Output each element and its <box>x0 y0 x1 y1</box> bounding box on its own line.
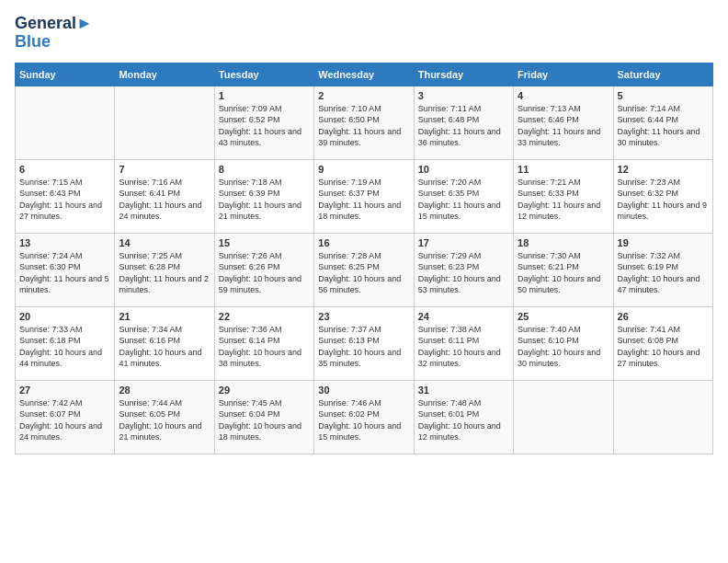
calendar-cell: 11Sunrise: 7:21 AM Sunset: 6:33 PM Dayli… <box>514 159 613 233</box>
calendar-cell: 28Sunrise: 7:44 AM Sunset: 6:05 PM Dayli… <box>115 380 214 454</box>
day-info: Sunrise: 7:40 AM Sunset: 6:10 PM Dayligh… <box>518 324 609 370</box>
calendar-cell: 31Sunrise: 7:48 AM Sunset: 6:01 PM Dayli… <box>414 380 513 454</box>
day-number: 8 <box>219 164 310 175</box>
day-info: Sunrise: 7:37 AM Sunset: 6:13 PM Dayligh… <box>318 324 409 370</box>
calendar-cell: 16Sunrise: 7:28 AM Sunset: 6:25 PM Dayli… <box>314 233 414 306</box>
day-number: 28 <box>119 385 210 396</box>
day-number: 27 <box>19 385 110 396</box>
calendar-table: SundayMondayTuesdayWednesdayThursdayFrid… <box>15 63 713 454</box>
calendar-cell: 17Sunrise: 7:29 AM Sunset: 6:23 PM Dayli… <box>414 233 513 306</box>
calendar-cell: 21Sunrise: 7:34 AM Sunset: 6:16 PM Dayli… <box>115 306 214 380</box>
day-info: Sunrise: 7:10 AM Sunset: 6:50 PM Dayligh… <box>318 103 409 149</box>
day-info: Sunrise: 7:15 AM Sunset: 6:43 PM Dayligh… <box>19 177 110 223</box>
day-info: Sunrise: 7:36 AM Sunset: 6:14 PM Dayligh… <box>219 324 310 370</box>
calendar-cell: 29Sunrise: 7:45 AM Sunset: 6:04 PM Dayli… <box>214 380 313 454</box>
calendar-cell <box>613 380 712 454</box>
calendar-cell: 23Sunrise: 7:37 AM Sunset: 6:13 PM Dayli… <box>314 306 414 380</box>
day-number: 5 <box>618 90 709 101</box>
logo: General► Blue <box>15 15 93 52</box>
day-info: Sunrise: 7:46 AM Sunset: 6:02 PM Dayligh… <box>318 397 409 443</box>
column-header-thursday: Thursday <box>414 63 513 86</box>
calendar-cell: 30Sunrise: 7:46 AM Sunset: 6:02 PM Dayli… <box>314 380 414 454</box>
calendar-cell: 9Sunrise: 7:19 AM Sunset: 6:37 PM Daylig… <box>314 159 414 233</box>
day-number: 30 <box>318 385 409 396</box>
calendar-cell: 18Sunrise: 7:30 AM Sunset: 6:21 PM Dayli… <box>514 233 613 306</box>
day-number: 12 <box>618 164 709 175</box>
day-number: 26 <box>618 311 709 322</box>
day-info: Sunrise: 7:38 AM Sunset: 6:11 PM Dayligh… <box>418 324 509 370</box>
day-number: 10 <box>418 164 509 175</box>
day-info: Sunrise: 7:29 AM Sunset: 6:23 PM Dayligh… <box>418 250 509 296</box>
calendar-cell: 26Sunrise: 7:41 AM Sunset: 6:08 PM Dayli… <box>613 306 712 380</box>
day-info: Sunrise: 7:23 AM Sunset: 6:32 PM Dayligh… <box>618 177 709 223</box>
day-info: Sunrise: 7:41 AM Sunset: 6:08 PM Dayligh… <box>618 324 709 370</box>
column-header-monday: Monday <box>115 63 214 86</box>
day-info: Sunrise: 7:45 AM Sunset: 6:04 PM Dayligh… <box>219 397 310 443</box>
calendar-week-3: 13Sunrise: 7:24 AM Sunset: 6:30 PM Dayli… <box>16 233 713 306</box>
day-info: Sunrise: 7:32 AM Sunset: 6:19 PM Dayligh… <box>618 250 709 296</box>
day-info: Sunrise: 7:13 AM Sunset: 6:46 PM Dayligh… <box>518 103 609 149</box>
day-info: Sunrise: 7:24 AM Sunset: 6:30 PM Dayligh… <box>19 250 110 296</box>
day-number: 20 <box>19 311 110 322</box>
page-header: General► Blue <box>15 15 713 52</box>
day-number: 2 <box>318 90 409 101</box>
day-info: Sunrise: 7:14 AM Sunset: 6:44 PM Dayligh… <box>618 103 709 149</box>
day-number: 18 <box>518 237 609 248</box>
day-number: 21 <box>119 311 210 322</box>
day-info: Sunrise: 7:21 AM Sunset: 6:33 PM Dayligh… <box>518 177 609 223</box>
calendar-cell: 12Sunrise: 7:23 AM Sunset: 6:32 PM Dayli… <box>613 159 712 233</box>
day-info: Sunrise: 7:16 AM Sunset: 6:41 PM Dayligh… <box>119 177 210 223</box>
day-number: 23 <box>318 311 409 322</box>
calendar-cell: 13Sunrise: 7:24 AM Sunset: 6:30 PM Dayli… <box>16 233 115 306</box>
calendar-cell: 22Sunrise: 7:36 AM Sunset: 6:14 PM Dayli… <box>214 306 313 380</box>
day-number: 31 <box>418 385 509 396</box>
calendar-week-1: 1Sunrise: 7:09 AM Sunset: 6:52 PM Daylig… <box>16 86 713 159</box>
calendar-cell: 25Sunrise: 7:40 AM Sunset: 6:10 PM Dayli… <box>514 306 613 380</box>
day-info: Sunrise: 7:44 AM Sunset: 6:05 PM Dayligh… <box>119 397 210 443</box>
calendar-cell: 15Sunrise: 7:26 AM Sunset: 6:26 PM Dayli… <box>214 233 313 306</box>
calendar-cell <box>514 380 613 454</box>
day-number: 22 <box>219 311 310 322</box>
day-number: 16 <box>318 237 409 248</box>
calendar-cell: 10Sunrise: 7:20 AM Sunset: 6:35 PM Dayli… <box>414 159 513 233</box>
day-info: Sunrise: 7:28 AM Sunset: 6:25 PM Dayligh… <box>318 250 409 296</box>
day-info: Sunrise: 7:20 AM Sunset: 6:35 PM Dayligh… <box>418 177 509 223</box>
calendar-cell: 20Sunrise: 7:33 AM Sunset: 6:18 PM Dayli… <box>16 306 115 380</box>
day-number: 11 <box>518 164 609 175</box>
calendar-cell: 27Sunrise: 7:42 AM Sunset: 6:07 PM Dayli… <box>16 380 115 454</box>
logo-text: General► Blue <box>15 15 93 52</box>
column-header-sunday: Sunday <box>16 63 115 86</box>
day-info: Sunrise: 7:34 AM Sunset: 6:16 PM Dayligh… <box>119 324 210 370</box>
day-info: Sunrise: 7:30 AM Sunset: 6:21 PM Dayligh… <box>518 250 609 296</box>
calendar-cell <box>115 86 214 159</box>
day-number: 1 <box>219 90 310 101</box>
day-info: Sunrise: 7:19 AM Sunset: 6:37 PM Dayligh… <box>318 177 409 223</box>
calendar-cell: 24Sunrise: 7:38 AM Sunset: 6:11 PM Dayli… <box>414 306 513 380</box>
day-info: Sunrise: 7:42 AM Sunset: 6:07 PM Dayligh… <box>19 397 110 443</box>
calendar-cell: 3Sunrise: 7:11 AM Sunset: 6:48 PM Daylig… <box>414 86 513 159</box>
calendar-cell <box>16 86 115 159</box>
day-number: 13 <box>19 237 110 248</box>
calendar-cell: 6Sunrise: 7:15 AM Sunset: 6:43 PM Daylig… <box>16 159 115 233</box>
calendar-header: SundayMondayTuesdayWednesdayThursdayFrid… <box>16 63 713 86</box>
column-header-saturday: Saturday <box>613 63 712 86</box>
calendar-week-4: 20Sunrise: 7:33 AM Sunset: 6:18 PM Dayli… <box>16 306 713 380</box>
calendar-cell: 2Sunrise: 7:10 AM Sunset: 6:50 PM Daylig… <box>314 86 414 159</box>
day-number: 24 <box>418 311 509 322</box>
day-number: 4 <box>518 90 609 101</box>
calendar-week-2: 6Sunrise: 7:15 AM Sunset: 6:43 PM Daylig… <box>16 159 713 233</box>
column-header-wednesday: Wednesday <box>314 63 414 86</box>
calendar-week-5: 27Sunrise: 7:42 AM Sunset: 6:07 PM Dayli… <box>16 380 713 454</box>
day-info: Sunrise: 7:11 AM Sunset: 6:48 PM Dayligh… <box>418 103 509 149</box>
calendar-cell: 7Sunrise: 7:16 AM Sunset: 6:41 PM Daylig… <box>115 159 214 233</box>
day-number: 14 <box>119 237 210 248</box>
column-header-friday: Friday <box>514 63 613 86</box>
day-number: 25 <box>518 311 609 322</box>
day-number: 19 <box>618 237 709 248</box>
day-info: Sunrise: 7:25 AM Sunset: 6:28 PM Dayligh… <box>119 250 210 296</box>
day-number: 9 <box>318 164 409 175</box>
day-number: 29 <box>219 385 310 396</box>
day-info: Sunrise: 7:48 AM Sunset: 6:01 PM Dayligh… <box>418 397 509 443</box>
day-info: Sunrise: 7:18 AM Sunset: 6:39 PM Dayligh… <box>219 177 310 223</box>
day-info: Sunrise: 7:26 AM Sunset: 6:26 PM Dayligh… <box>219 250 310 296</box>
